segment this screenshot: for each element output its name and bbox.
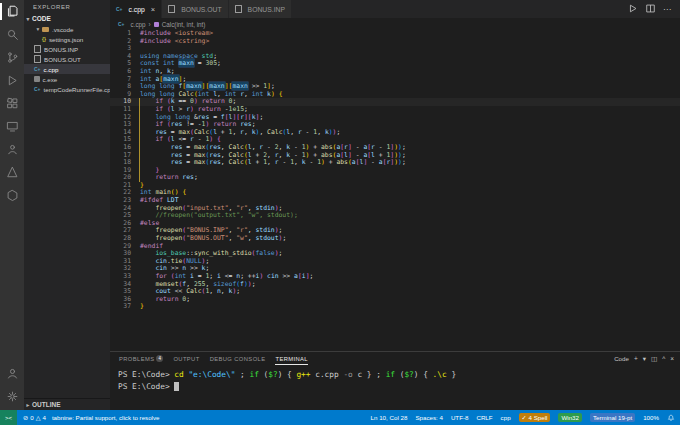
explorer-item-BONUS.OUT[interactable]: BONUS.OUT bbox=[24, 54, 110, 64]
live-share-icon[interactable] bbox=[0, 138, 24, 161]
status-cursor-position[interactable]: Ln 10, Col 28 bbox=[371, 414, 408, 421]
folder-icon bbox=[42, 27, 49, 32]
explorer-item-c.cpp[interactable]: C+c.cpp bbox=[24, 64, 110, 74]
breadcrumb-file[interactable]: c.cpp bbox=[131, 21, 146, 28]
terminal-shell-selector[interactable]: Code bbox=[614, 355, 629, 362]
editor-group: C+c.cpp×BONUS.OUTBONUS.INP ⋯ C+ c.cpp › … bbox=[110, 0, 680, 410]
split-terminal-icon[interactable]: ◫ bbox=[651, 355, 657, 363]
code-line-22[interactable]: 22int main() { bbox=[110, 189, 680, 197]
breadcrumb[interactable]: C+ c.cpp › Calc(int, int, int) bbox=[110, 18, 680, 30]
line-number[interactable]: 6 bbox=[110, 68, 138, 76]
activity-bar-top bbox=[0, 0, 24, 207]
code-lines: 1#include <iostream>2#include <cstring>3… bbox=[110, 30, 680, 311]
close-icon[interactable]: × bbox=[151, 5, 155, 14]
line-number[interactable]: 4 bbox=[110, 53, 138, 61]
explorer-item-settings.json[interactable]: {}settings.json bbox=[24, 34, 110, 44]
line-number[interactable]: 2 bbox=[110, 38, 138, 46]
code-line-35[interactable]: 35 cout << Calc(1, n, k); bbox=[110, 288, 680, 296]
panel-tab-debug-console[interactable]: DEBUG CONSOLE bbox=[210, 352, 266, 365]
account-icon[interactable] bbox=[0, 362, 24, 385]
explorer-item-BONUS.INP[interactable]: BONUS.INP bbox=[24, 44, 110, 54]
explorer-item-c.exe[interactable]: c.exe bbox=[24, 74, 110, 84]
code-editor[interactable]: 1#include <iostream>2#include <cstring>3… bbox=[110, 30, 680, 351]
breadcrumb-symbol[interactable]: Calc(int, int, int) bbox=[162, 21, 206, 28]
chevron-down-icon[interactable]: ▾ bbox=[643, 355, 646, 363]
code-line-21[interactable]: 21} bbox=[110, 182, 680, 190]
chevron-right-icon: ▸ bbox=[24, 402, 32, 408]
line-number[interactable]: 37 bbox=[110, 303, 138, 311]
code-line-18[interactable]: 18 res = max(res, Calc(l + 1, r - 1, k -… bbox=[110, 159, 680, 167]
problems-status[interactable]: ⊘ 0 △ 4 bbox=[23, 414, 46, 421]
code-line-5[interactable]: 5const int maxn = 305; bbox=[110, 60, 680, 68]
tab-c.cpp[interactable]: C+c.cpp× bbox=[110, 0, 162, 18]
remote-explorer-icon[interactable] bbox=[0, 115, 24, 138]
close-panel-icon[interactable]: × bbox=[670, 355, 674, 362]
panel-tab-terminal[interactable]: TERMINAL bbox=[275, 352, 308, 365]
code-line-2[interactable]: 2#include <cstring> bbox=[110, 38, 680, 46]
code-line-37[interactable]: 37} bbox=[110, 303, 680, 311]
code-line-20[interactable]: 20 return res; bbox=[110, 174, 680, 182]
more-actions-button[interactable]: ⋯ bbox=[663, 5, 672, 14]
settings-icon[interactable] bbox=[0, 385, 24, 408]
explorer-icon[interactable] bbox=[0, 0, 24, 23]
panel-tab-label: TERMINAL bbox=[275, 356, 308, 362]
status-terminal-font[interactable]: Terminal 19-pt bbox=[590, 413, 635, 422]
line-number[interactable]: 8 bbox=[110, 83, 138, 91]
status-bar: >< ⊘ 0 △ 4 tabnine: Partial support, cli… bbox=[0, 410, 680, 425]
code-line-6[interactable]: 6int n, k; bbox=[110, 68, 680, 76]
outline-section[interactable]: ▸ OUTLINE bbox=[24, 398, 110, 410]
tabnine-status[interactable]: tabnine: Partial support, click to resol… bbox=[52, 414, 160, 421]
explorer-item-.vscode[interactable]: ▾.vscode bbox=[24, 24, 110, 34]
remote-indicator[interactable]: >< bbox=[0, 410, 17, 425]
search-icon[interactable] bbox=[0, 23, 24, 46]
tab-BONUS.OUT[interactable]: BONUS.OUT bbox=[162, 0, 228, 18]
vscode-window: EXPLORER ▾ CODE ▾.vscode{}settings.jsonB… bbox=[0, 0, 680, 410]
cpp-file-icon: C+ bbox=[34, 86, 41, 92]
terminal[interactable]: PS E:\Code> cd "e:\Code\" ; if ($?) { g+… bbox=[110, 365, 680, 410]
chevron-down-icon: ▾ bbox=[34, 26, 42, 32]
json-file-icon: {} bbox=[42, 36, 46, 42]
source-control-icon[interactable] bbox=[0, 46, 24, 69]
line-number[interactable]: 5 bbox=[110, 60, 138, 68]
explorer-item-tempCodeRunnerFile.cpp[interactable]: C+tempCodeRunnerFile.cpp bbox=[24, 84, 110, 94]
status-zoom-level[interactable]: 100% bbox=[643, 414, 659, 421]
file-icon bbox=[168, 5, 175, 14]
status-language-mode[interactable]: cpp bbox=[501, 414, 511, 421]
split-editor-button[interactable] bbox=[645, 0, 656, 18]
tab-BONUS.INP[interactable]: BONUS.INP bbox=[229, 0, 292, 18]
code-line-content: return res; bbox=[138, 174, 198, 182]
editor-actions: ⋯ bbox=[619, 0, 680, 18]
run-debug-icon[interactable] bbox=[0, 69, 24, 92]
panel-tab-output[interactable]: OUTPUT bbox=[173, 352, 199, 365]
status-encoding[interactable]: UTF-8 bbox=[451, 414, 469, 421]
panel-tab-problems[interactable]: PROBLEMS4 bbox=[119, 352, 163, 365]
line-number[interactable]: 7 bbox=[110, 76, 138, 84]
status-indentation[interactable]: Spaces: 4 bbox=[415, 414, 443, 421]
explorer-section-code[interactable]: ▾ CODE bbox=[24, 13, 110, 24]
status-spell-checker[interactable]: ✓ 4 Spell bbox=[519, 413, 551, 422]
file-icon bbox=[34, 45, 41, 54]
status-eol[interactable]: CRLF bbox=[476, 414, 492, 421]
run-code-button[interactable] bbox=[627, 0, 638, 18]
code-line-28[interactable]: 28 freopen("BONUS.OUT", "w", stdout); bbox=[110, 235, 680, 243]
maximize-panel-icon[interactable]: ^ bbox=[662, 355, 665, 362]
explorer-section-label: CODE bbox=[32, 15, 51, 22]
line-number[interactable]: 3 bbox=[110, 45, 138, 53]
code-line-36[interactable]: 36 return 0; bbox=[110, 296, 680, 304]
tab-label: c.cpp bbox=[129, 6, 145, 13]
activity-bar bbox=[0, 0, 24, 410]
panel-tabs: PROBLEMS4OUTPUTDEBUG CONSOLETERMINAL bbox=[119, 352, 308, 365]
code-line-25[interactable]: 25 //freopen("output.txt", "w", stdout); bbox=[110, 212, 680, 220]
code-line-content: return 0; bbox=[138, 296, 190, 304]
explorer-item-label: c.exe bbox=[43, 76, 58, 83]
status-cpp-configuration[interactable]: Win32 bbox=[558, 413, 582, 422]
cmake-icon[interactable] bbox=[0, 161, 24, 184]
bracket-scope-guide bbox=[139, 98, 140, 182]
notifications-bell-icon[interactable] bbox=[667, 414, 675, 422]
explorer-file-list: ▾.vscode{}settings.jsonBONUS.INPBONUS.OU… bbox=[24, 24, 110, 94]
new-terminal-icon[interactable]: + bbox=[634, 355, 638, 362]
extensions-icon[interactable] bbox=[0, 92, 24, 115]
line-number[interactable]: 1 bbox=[110, 30, 138, 38]
file-icon bbox=[34, 55, 41, 64]
tabnine-icon[interactable] bbox=[0, 184, 24, 207]
